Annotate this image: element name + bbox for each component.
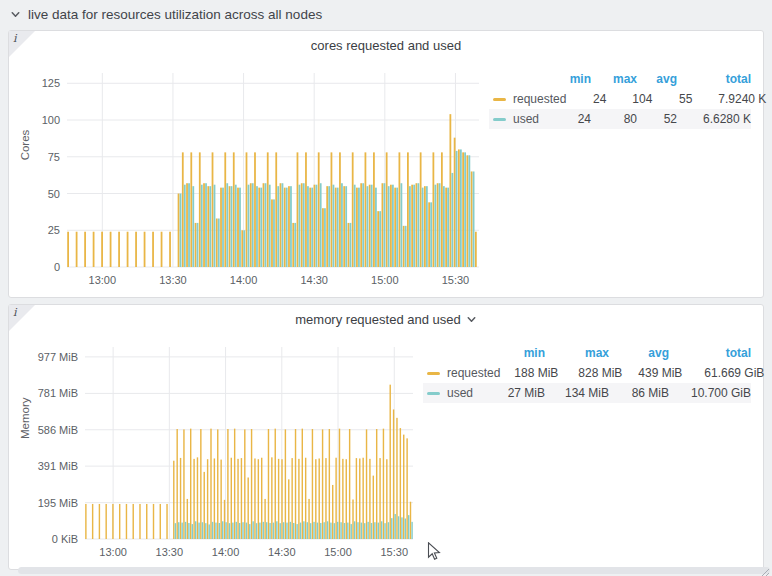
panel-title-memory[interactable]: memory requested and used: [9, 305, 763, 327]
bar-used: [222, 521, 223, 539]
bar-used: [375, 188, 377, 267]
bar-used: [256, 523, 257, 539]
bar-requested: [281, 459, 282, 539]
resize-handle-icon[interactable]: [761, 563, 770, 572]
legend-series-requested[interactable]: requested: [489, 89, 566, 109]
bar-requested: [216, 219, 218, 268]
bar-requested: [298, 459, 299, 539]
requested-swatch-icon: [427, 372, 440, 375]
bar-requested: [258, 188, 260, 267]
legend-value: 134 MiB: [545, 383, 609, 403]
bar-used: [235, 185, 237, 267]
bar-used: [252, 521, 253, 539]
bar-requested: [314, 185, 316, 267]
bar-requested: [84, 232, 86, 267]
bar-used: [195, 521, 196, 539]
bar-requested: [454, 138, 456, 267]
bar-requested: [258, 459, 259, 539]
bar-used: [333, 185, 335, 267]
bar-requested: [331, 152, 333, 267]
legend-series-name: requested: [447, 366, 500, 380]
bar-requested: [339, 152, 341, 267]
bar-requested: [292, 223, 294, 267]
bar-used: [398, 516, 399, 539]
bar-requested: [393, 409, 394, 539]
bar-used: [409, 186, 411, 267]
x-tick-label: 14:30: [268, 546, 296, 558]
bar-requested: [329, 429, 330, 539]
info-icon: i: [13, 32, 17, 45]
horizontal-scrollbar[interactable]: [18, 567, 770, 574]
legend-series-used[interactable]: used: [489, 109, 551, 129]
bar-used: [208, 524, 209, 539]
bar-requested: [261, 458, 262, 539]
legend-series-used[interactable]: used: [423, 383, 487, 403]
bar-used: [350, 223, 352, 267]
bar-requested: [190, 429, 191, 539]
bar-requested: [135, 232, 137, 267]
panel-info-corner[interactable]: i: [9, 305, 35, 331]
bar-requested: [335, 458, 336, 539]
bar-used: [180, 194, 182, 267]
bar-used: [330, 523, 331, 539]
bar-used: [242, 522, 243, 539]
panel-info-corner[interactable]: i: [9, 31, 35, 57]
bar-requested: [250, 183, 252, 267]
bar-used: [405, 226, 407, 267]
bar-used: [263, 522, 264, 539]
bar-used: [197, 223, 199, 267]
bar-used: [215, 523, 216, 539]
bar-requested: [352, 152, 354, 267]
bar-requested: [271, 199, 273, 267]
legend-header-avg: avg: [609, 343, 669, 363]
bar-requested: [224, 500, 225, 539]
bar-used: [317, 523, 318, 539]
bar-used: [259, 523, 260, 539]
bar-requested: [312, 429, 313, 539]
used-swatch-icon: [427, 392, 440, 395]
bar-used: [286, 188, 288, 267]
bar-used: [456, 151, 458, 267]
bar-used: [205, 183, 207, 267]
bar-requested: [305, 458, 306, 539]
bar-requested: [146, 504, 147, 539]
bar-requested: [373, 476, 374, 539]
panel-title-cores[interactable]: cores requested and used: [9, 31, 763, 53]
legend-series-requested[interactable]: requested: [423, 363, 500, 383]
bar-requested: [288, 479, 289, 539]
bar-used: [303, 183, 305, 267]
bar-used: [276, 521, 277, 539]
x-tick-label: 14:30: [300, 274, 328, 286]
bar-requested: [410, 502, 411, 539]
bar-requested: [220, 460, 221, 539]
bar-used: [341, 183, 343, 267]
bar-requested: [234, 429, 235, 539]
legend-series-name: requested: [513, 92, 566, 106]
bar-used: [378, 523, 379, 539]
bar-used: [269, 185, 271, 267]
chevron-down-icon: [10, 9, 21, 20]
legend-value: 828 MiB: [558, 363, 622, 383]
bar-requested: [315, 459, 316, 539]
panel-title-text: memory requested and used: [295, 312, 460, 327]
y-tick-label: 781 MiB: [38, 387, 78, 399]
bar-used: [260, 188, 262, 267]
bar-requested: [362, 458, 363, 539]
bar-used: [293, 523, 294, 539]
bar-used: [327, 521, 328, 539]
bar-used: [320, 183, 322, 267]
bar-requested: [199, 152, 201, 267]
bar-requested: [373, 152, 375, 267]
dashboard-row-header[interactable]: live data for resources utilization acro…: [0, 0, 772, 28]
bar-used: [361, 523, 362, 539]
bar-used: [218, 219, 220, 268]
bar-used: [290, 522, 291, 539]
legend-header-avg: avg: [637, 69, 677, 89]
bar-used: [300, 523, 301, 539]
used-swatch-icon: [493, 118, 506, 121]
bar-used: [192, 524, 193, 539]
legend-cores: min max avg total requested 24 104 55 7.…: [489, 69, 751, 129]
legend-series-name: used: [513, 112, 539, 126]
bar-used: [392, 185, 394, 267]
bar-used: [188, 523, 189, 539]
